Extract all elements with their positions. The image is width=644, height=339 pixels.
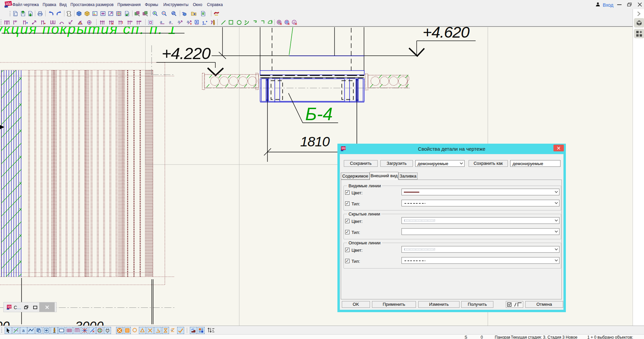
svg-text:укция покрытия сп. п. 1: укция покрытия сп. п. 1 bbox=[0, 27, 177, 37]
svg-text:a: a bbox=[169, 20, 171, 24]
svg-text:3000: 3000 bbox=[75, 319, 104, 326]
svg-text:Б-4: Б-4 bbox=[305, 104, 333, 124]
svg-text:+4.220: +4.220 bbox=[162, 44, 211, 62]
svg-text:a: a bbox=[160, 20, 162, 24]
svg-text:1810: 1810 bbox=[300, 134, 330, 149]
svg-text:a: a bbox=[22, 328, 25, 333]
svg-text:+4.620: +4.620 bbox=[423, 27, 470, 41]
svg-text:a: a bbox=[178, 19, 180, 23]
svg-text:3000: 3000 bbox=[0, 319, 10, 326]
svg-text:a: a bbox=[187, 19, 189, 23]
svg-text:a: a bbox=[293, 20, 295, 24]
